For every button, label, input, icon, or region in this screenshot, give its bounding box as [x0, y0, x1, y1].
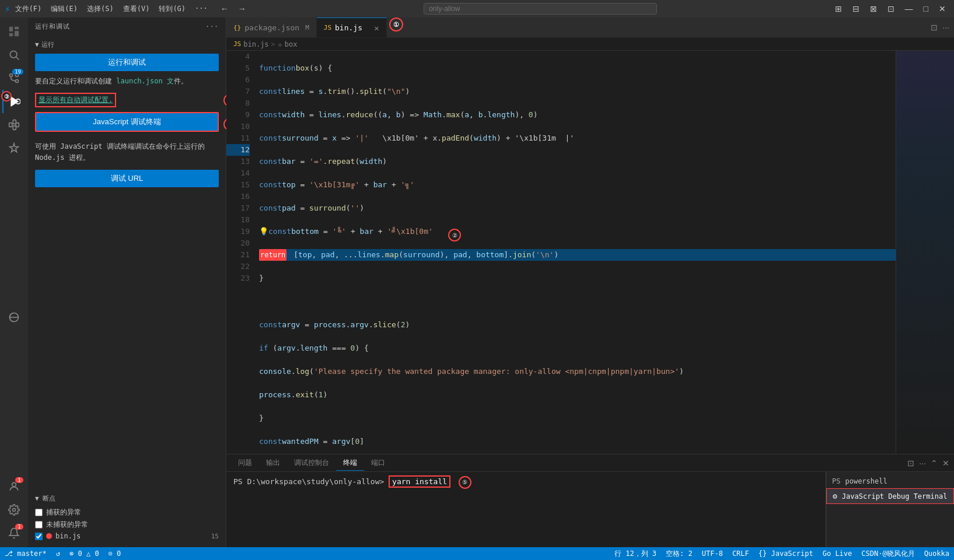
breadcrumb-scope[interactable]: box	[285, 40, 298, 48]
layout-icon[interactable]: ⊞	[831, 3, 845, 15]
ln-22: 22	[226, 261, 250, 272]
menu-edit[interactable]: 编辑(E)	[51, 4, 78, 14]
activity-extensions[interactable]	[2, 113, 26, 136]
tab-package-modified: M	[305, 24, 309, 32]
activity-run[interactable]: ③	[2, 90, 26, 113]
menu-bar: 文件(F) 编辑(E) 选择(S) 查看(V) 转到(G) ···	[15, 4, 208, 14]
bp-file-item: bin.js 15	[35, 532, 219, 540]
panel-tab-ports[interactable]: 端口	[364, 456, 392, 471]
tab-package-json[interactable]: {} package.json M	[226, 18, 317, 37]
activity-notifications[interactable]: 1	[2, 522, 26, 545]
panel-maximize-button[interactable]: ⌃	[931, 459, 938, 468]
search-input[interactable]	[424, 3, 657, 15]
debug-terminal-wrap: JavaScript 调试终端 ④	[35, 112, 219, 136]
menu-select[interactable]: 选择(S)	[87, 4, 114, 14]
main-layout: 19 ③ 1 1	[0, 18, 954, 547]
status-errors[interactable]: ⊗ 0 △ 0	[69, 550, 99, 558]
ln-18: 18	[226, 214, 250, 226]
breadcrumb-file[interactable]: bin.js	[243, 40, 268, 48]
status-git[interactable]: ⎇ master*	[5, 550, 47, 558]
panel-right-actions: ⊡ ··· ⌃ ✕	[907, 459, 949, 468]
bp-dot-red	[46, 533, 52, 539]
status-push[interactable]: ⊙ 0	[109, 550, 121, 558]
status-encoding[interactable]: UTF-8	[702, 550, 723, 558]
code-line-16: if (argv.length === 0) {	[259, 342, 896, 354]
panel-more-button[interactable]: ···	[919, 459, 926, 468]
bp-captured-checkbox[interactable]	[35, 509, 43, 516]
bp-file-checkbox[interactable]	[35, 533, 43, 540]
svg-point-4	[10, 51, 17, 58]
svg-point-19	[13, 509, 16, 512]
status-language[interactable]: {} JavaScript	[759, 550, 813, 558]
menu-view[interactable]: 查看(V)	[123, 4, 150, 14]
breadcrumb: JS bin.js > ⬦ box	[226, 38, 954, 51]
panel: 问题 输出 调试控制台 终端 端口 ⊡ ··· ⌃ ✕ PS D:\	[226, 454, 954, 547]
editor-more-button[interactable]: ···	[942, 23, 949, 32]
svg-rect-13	[9, 123, 12, 127]
launch-json-link[interactable]: launch.json 文	[116, 77, 174, 85]
minimize-button[interactable]: —	[901, 3, 917, 15]
show-auto-debug-link[interactable]: 显示所有自动调试配置.	[35, 93, 116, 107]
run-section-title[interactable]: ▼ 运行	[35, 40, 219, 49]
split-editor-button[interactable]: ⊡	[931, 23, 938, 32]
status-spaces[interactable]: 空格: 2	[666, 549, 693, 559]
activity-source-control[interactable]: 19	[2, 66, 26, 90]
status-go-live[interactable]: Go Live	[823, 550, 852, 558]
activity-settings[interactable]	[2, 498, 26, 522]
run-debug-button[interactable]: 运行和调试	[35, 54, 219, 71]
js-debug-term-label: JavaScript Debug Terminal	[842, 492, 948, 501]
status-position[interactable]: 行 12，列 3	[614, 549, 656, 559]
bp-uncaptured-checkbox[interactable]	[35, 521, 43, 528]
panel-tab-debug-console[interactable]: 调试控制台	[287, 456, 336, 471]
nav-back[interactable]: ←	[217, 3, 232, 15]
tab-binjs-close[interactable]: ✕	[374, 23, 379, 33]
menu-file[interactable]: 文件(F)	[15, 4, 42, 14]
activity-extensions2[interactable]	[2, 136, 26, 160]
panel-tab-problems[interactable]: 问题	[231, 456, 259, 471]
close-button[interactable]: ✕	[935, 3, 949, 15]
status-line-ending[interactable]: CRLF	[732, 550, 749, 558]
ln-6: 6	[226, 74, 250, 86]
code-content[interactable]: function box(s) { const lines = s.trim()…	[254, 51, 896, 454]
editor-actions: ⊡ ···	[931, 18, 954, 37]
layout-icon3[interactable]: ⊠	[866, 3, 880, 15]
breakpoints-title[interactable]: ▼ 断点	[35, 494, 219, 503]
status-ext2: Quokka	[924, 550, 949, 558]
ln-5: 5	[226, 62, 250, 74]
activity-remote[interactable]	[2, 306, 26, 329]
activity-account[interactable]: 1	[2, 475, 26, 498]
svg-line-10	[11, 80, 16, 82]
ln-20: 20	[226, 237, 250, 249]
terminal-js-debug[interactable]: ⚙ JavaScript Debug Terminal	[826, 488, 954, 504]
svg-rect-2	[9, 33, 13, 37]
sidebar-title: 运行和调试	[35, 22, 70, 31]
panel-close-button[interactable]: ✕	[942, 459, 949, 468]
panel-tab-terminal[interactable]: 终端	[336, 456, 364, 471]
sidebar-menu-dots[interactable]: ···	[205, 23, 219, 30]
js-debug-terminal-button[interactable]: JavaScript 调试终端	[35, 112, 219, 132]
layout-icon2[interactable]: ⊟	[849, 3, 863, 15]
bp-file-label: bin.js	[55, 532, 81, 540]
terminal-powershell[interactable]: PS powershell	[826, 474, 954, 488]
activity-explorer[interactable]	[2, 20, 26, 43]
bp-arrow: ▼	[35, 495, 39, 502]
menu-goto[interactable]: 转到(G)	[159, 4, 186, 14]
ln-8: 8	[226, 97, 250, 109]
status-sync[interactable]: ↺	[56, 550, 60, 558]
powershell-label: powershell	[845, 477, 887, 485]
activity-bottom: 1 1	[2, 475, 26, 545]
activity-search[interactable]	[2, 43, 26, 66]
svg-point-18	[12, 482, 16, 487]
layout-icon4[interactable]: ⊡	[884, 3, 898, 15]
annotation-5: ⑤	[459, 476, 471, 489]
tab-bin-js[interactable]: JS bin.js ✕	[317, 18, 387, 37]
panel-layout-button[interactable]: ⊡	[907, 459, 914, 468]
terminal-command[interactable]: yarn install	[389, 475, 450, 488]
debug-url-button[interactable]: 调试 URL	[35, 170, 219, 187]
menu-more[interactable]: ···	[195, 4, 208, 14]
terminal-content[interactable]: PS D:\workspace\study\only-allow> yarn i…	[226, 472, 826, 547]
code-line-4: function box(s) {	[259, 62, 896, 74]
nav-forward[interactable]: →	[235, 3, 250, 15]
maximize-button[interactable]: □	[920, 3, 932, 15]
panel-tab-output[interactable]: 输出	[259, 456, 287, 471]
